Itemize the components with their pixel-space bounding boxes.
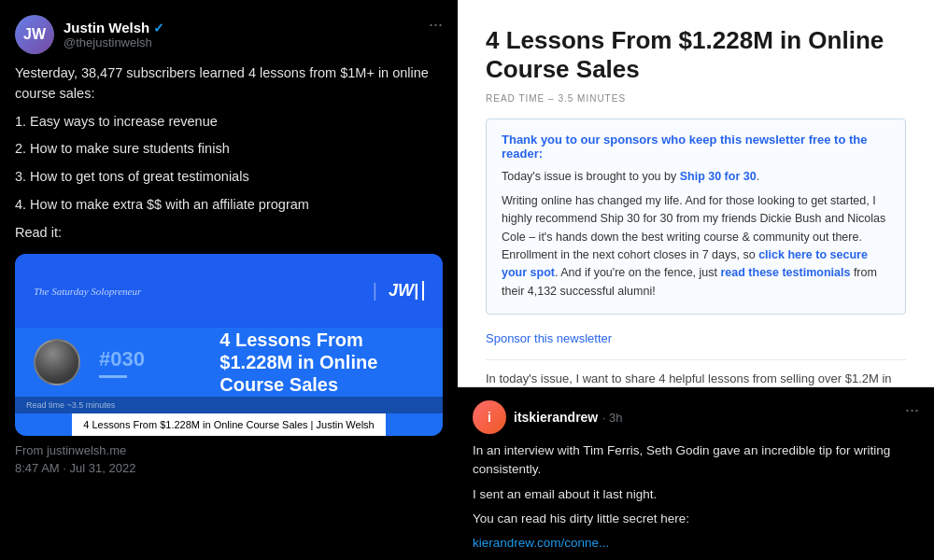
- bottom-tweet-header: i itskierandrew · 3h ···: [473, 400, 919, 434]
- tweet-header: JW Justin Welsh ✓ @thejustinwelsh ···: [15, 15, 443, 54]
- issue-number: #030: [99, 347, 201, 378]
- read-time-small: Read time ~3.5 minutes: [26, 400, 432, 410]
- newsletter-title: 4 Lessons From $1.228M in Online Course …: [219, 329, 377, 395]
- tweet-line-6: Read it:: [15, 223, 443, 244]
- tweet-line-5: 4. How to make extra $$ with an affiliat…: [15, 195, 443, 216]
- sponsor-this-link[interactable]: Sponsor this newsletter: [486, 329, 906, 346]
- bottom-tweet-user[interactable]: i itskierandrew · 3h: [473, 400, 622, 434]
- ship-30-link[interactable]: Ship 30 for 30: [680, 170, 757, 183]
- bottom-tweet-body: In an interview with Tim Ferris, Seth Go…: [473, 441, 919, 553]
- divider: [486, 359, 906, 360]
- tweet-from: From justinwelsh.me: [15, 443, 443, 457]
- main-tweet: JW Justin Welsh ✓ @thejustinwelsh ··· Ye…: [0, 0, 458, 560]
- bottom-link[interactable]: kierandrew.com/conne...: [473, 536, 609, 550]
- newsletter-card[interactable]: The Saturday Solopreneur | JW| #030 4 Le…: [15, 254, 443, 436]
- user-handle: @thejustinwelsh: [64, 35, 164, 49]
- read-time: READ TIME – 3.5 MINUTES: [486, 93, 906, 104]
- sponsor-box: Thank you to our sponsors who keep this …: [486, 119, 906, 315]
- bottom-line-2: I sent an email about it last night.: [473, 485, 919, 504]
- sponsor-line-2: Writing online has changed my life. And …: [502, 192, 890, 301]
- bottom-link-line: kierandrew.com/conne...: [473, 534, 919, 553]
- user-name: Justin Welsh ✓: [64, 20, 164, 35]
- tweet-line-1: Yesterday, 38,477 subscribers learned 4 …: [15, 63, 443, 105]
- article-title: 4 Lessons From $1.228M in Online Course …: [486, 26, 906, 84]
- avatar: JW: [15, 15, 54, 54]
- testimonials-link[interactable]: read these testimonials: [720, 266, 850, 279]
- bottom-user-info: itskierandrew · 3h: [514, 409, 622, 426]
- more-options-icon[interactable]: ···: [429, 15, 443, 35]
- tweet-body: Yesterday, 38,477 subscribers learned 4 …: [15, 63, 443, 243]
- bottom-avatar: i: [473, 400, 506, 434]
- tweet-line-3: 2. How to make sure students finish: [15, 139, 443, 160]
- newsletter-avatar: [34, 339, 80, 385]
- bottom-more-icon[interactable]: ···: [905, 400, 919, 420]
- issue-underline: [99, 375, 127, 378]
- tweet-user[interactable]: JW Justin Welsh ✓ @thejustinwelsh: [15, 15, 164, 54]
- jw-logo: JW|: [389, 281, 424, 301]
- article-preview: In today's issue, I want to share 4 help…: [486, 370, 906, 387]
- sponsor-line-1: Today's issue is brought to you by Ship …: [502, 168, 890, 186]
- tweet-line-4: 3. How to get tons of great testimonials: [15, 167, 443, 188]
- bottom-tweet: i itskierandrew · 3h ··· In an interview…: [458, 387, 934, 560]
- tweet-line-2: 1. Easy ways to increase revenue: [15, 112, 443, 133]
- newsletter-label: The Saturday Solopreneur: [34, 286, 141, 297]
- article-panel: 4 Lessons From $1.228M in Online Course …: [458, 0, 934, 387]
- right-panel: 4 Lessons From $1.228M in Online Course …: [458, 0, 934, 560]
- newsletter-card-header: The Saturday Solopreneur | JW|: [15, 254, 443, 328]
- newsletter-card-content: #030 4 Lessons From $1.228M in Online Co…: [15, 328, 443, 397]
- tweet-time: 8:47 AM · Jul 31, 2022: [15, 461, 443, 486]
- bottom-tweet-time: · 3h: [602, 411, 623, 425]
- verified-icon: ✓: [153, 21, 164, 35]
- sponsor-header: Thank you to our sponsors who keep this …: [502, 133, 890, 161]
- newsletter-card-footer: Read time ~3.5 minutes: [15, 397, 443, 413]
- bottom-line-3: You can read his dirty little secret her…: [473, 510, 919, 528]
- user-info: Justin Welsh ✓ @thejustinwelsh: [64, 20, 164, 49]
- sponsor-body: Today's issue is brought to you by Ship …: [502, 168, 890, 301]
- newsletter-text: #030: [99, 347, 201, 378]
- tweet-link-bar[interactable]: 4 Lessons From $1.228M in Online Course …: [72, 413, 385, 436]
- bottom-user-name: itskierandrew: [514, 410, 598, 425]
- bottom-line-1: In an interview with Tim Ferris, Seth Go…: [473, 441, 919, 480]
- left-panel: JW Justin Welsh ✓ @thejustinwelsh ··· Ye…: [0, 0, 458, 560]
